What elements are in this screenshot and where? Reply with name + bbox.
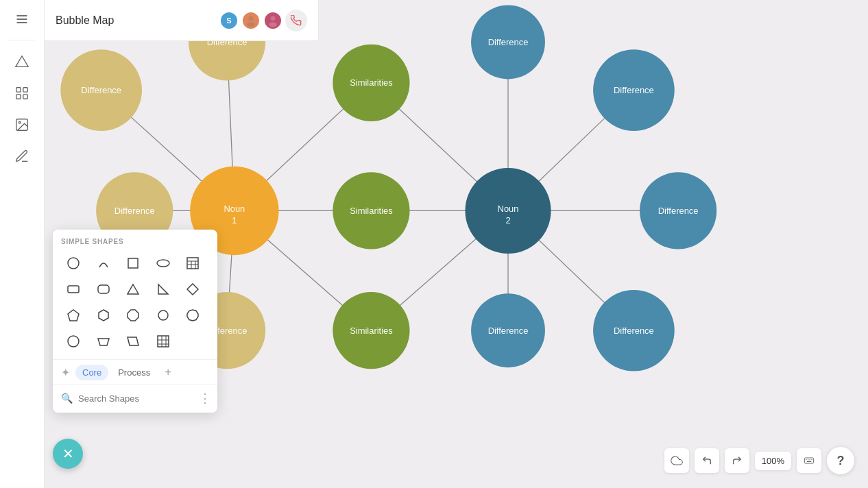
svg-point-74 bbox=[158, 310, 168, 320]
svg-rect-61 bbox=[187, 258, 198, 269]
avatar-s: S bbox=[219, 11, 239, 30]
sidebar bbox=[0, 0, 45, 488]
svg-text:Similarities: Similarities bbox=[350, 77, 393, 88]
avatar-r bbox=[241, 11, 261, 30]
svg-rect-3 bbox=[16, 88, 21, 92]
shape-table[interactable] bbox=[180, 251, 205, 276]
shape-octagon[interactable] bbox=[121, 303, 145, 328]
svg-marker-70 bbox=[187, 284, 198, 295]
svg-marker-69 bbox=[158, 284, 168, 294]
svg-text:Similarities: Similarities bbox=[350, 326, 393, 336]
svg-text:Similarities: Similarities bbox=[350, 206, 393, 216]
search-input[interactable] bbox=[78, 393, 193, 404]
svg-text:Difference: Difference bbox=[614, 326, 654, 336]
svg-text:Difference: Difference bbox=[488, 37, 529, 47]
svg-rect-84 bbox=[804, 458, 813, 463]
shape-diamond[interactable] bbox=[180, 277, 205, 302]
shapes-tabs: ✦ Core Process + bbox=[53, 359, 217, 385]
svg-point-10 bbox=[247, 22, 255, 27]
svg-point-9 bbox=[249, 16, 254, 21]
call-button[interactable] bbox=[285, 10, 307, 32]
shapes-search: 🔍 ⋮ bbox=[53, 385, 217, 413]
svg-marker-68 bbox=[128, 284, 138, 294]
shape-circle3[interactable] bbox=[61, 329, 86, 354]
undo-button[interactable] bbox=[695, 448, 719, 473]
svg-rect-67 bbox=[98, 285, 109, 293]
svg-point-11 bbox=[271, 16, 276, 21]
shape-grid[interactable] bbox=[151, 329, 176, 354]
shape-trapezoid[interactable] bbox=[91, 329, 116, 354]
svg-point-8 bbox=[19, 121, 21, 123]
menu-button[interactable] bbox=[10, 7, 34, 32]
zoom-level: 100% bbox=[755, 452, 791, 470]
svg-rect-6 bbox=[23, 95, 27, 99]
keyboard-button[interactable] bbox=[797, 448, 821, 473]
svg-text:1: 1 bbox=[232, 215, 237, 225]
svg-marker-72 bbox=[99, 310, 108, 321]
fab-button[interactable]: ✕ bbox=[53, 439, 83, 469]
avatar-p bbox=[263, 11, 282, 30]
shape-ellipse[interactable] bbox=[151, 251, 176, 276]
svg-rect-5 bbox=[16, 95, 21, 99]
header: Bubble Map S bbox=[45, 0, 319, 41]
sidebar-divider bbox=[8, 40, 36, 40]
svg-text:Difference: Difference bbox=[658, 206, 699, 216]
svg-marker-75 bbox=[187, 310, 198, 321]
page-title: Bubble Map bbox=[56, 14, 114, 27]
star-icon: ✦ bbox=[61, 366, 70, 379]
svg-marker-71 bbox=[68, 310, 79, 321]
shape-square[interactable] bbox=[121, 251, 145, 276]
svg-marker-78 bbox=[128, 337, 138, 345]
svg-point-76 bbox=[68, 336, 79, 347]
svg-rect-79 bbox=[158, 336, 169, 347]
svg-text:2: 2 bbox=[505, 215, 510, 225]
shape-arc[interactable] bbox=[91, 251, 116, 276]
sidebar-icon-pen[interactable] bbox=[9, 143, 35, 169]
shape-rounded-rect[interactable] bbox=[61, 277, 86, 302]
shape-right-triangle[interactable] bbox=[151, 277, 176, 302]
cloud-save-button[interactable] bbox=[664, 448, 689, 473]
svg-marker-77 bbox=[98, 339, 109, 345]
bottom-bar: 100% ? bbox=[664, 447, 854, 474]
svg-text:Noun: Noun bbox=[224, 204, 245, 214]
shape-circle2[interactable] bbox=[151, 303, 176, 328]
svg-text:Difference: Difference bbox=[81, 85, 121, 95]
svg-rect-59 bbox=[128, 258, 138, 268]
tab-core[interactable]: Core bbox=[75, 365, 108, 380]
search-menu-icon[interactable]: ⋮ bbox=[199, 391, 211, 406]
shape-decagon[interactable] bbox=[180, 303, 205, 328]
shape-parallelogram[interactable] bbox=[121, 329, 145, 354]
shape-placeholder bbox=[180, 329, 205, 354]
sidebar-icon-shapes[interactable] bbox=[9, 49, 35, 75]
shapes-grid bbox=[61, 251, 209, 354]
search-icon: 🔍 bbox=[61, 393, 73, 404]
shape-pentagon[interactable] bbox=[61, 303, 86, 328]
svg-rect-4 bbox=[23, 88, 27, 92]
svg-text:Difference: Difference bbox=[114, 206, 155, 216]
svg-text:Noun: Noun bbox=[498, 204, 519, 214]
svg-point-12 bbox=[269, 22, 277, 27]
svg-rect-66 bbox=[68, 286, 79, 293]
shape-hexagon[interactable] bbox=[91, 303, 116, 328]
shapes-section-label: SIMPLE SHAPES bbox=[61, 238, 209, 245]
sidebar-icon-grid[interactable] bbox=[9, 80, 35, 106]
collaborators: S bbox=[219, 10, 307, 32]
shape-triangle[interactable] bbox=[121, 277, 145, 302]
redo-button[interactable] bbox=[725, 448, 749, 473]
svg-text:Difference: Difference bbox=[614, 85, 654, 95]
canvas[interactable]: Difference Difference Difference Differe… bbox=[45, 0, 868, 488]
svg-marker-73 bbox=[128, 310, 138, 321]
sidebar-icon-image[interactable] bbox=[9, 112, 35, 138]
svg-point-60 bbox=[157, 260, 169, 267]
svg-text:Difference: Difference bbox=[488, 326, 529, 336]
tab-process[interactable]: Process bbox=[111, 365, 157, 380]
help-button[interactable]: ? bbox=[827, 447, 854, 474]
shape-circle[interactable] bbox=[61, 251, 86, 276]
svg-point-58 bbox=[68, 258, 79, 269]
shapes-panel: SIMPLE SHAPES bbox=[53, 230, 217, 413]
shape-rounded-rect2[interactable] bbox=[91, 277, 116, 302]
tab-add-button[interactable]: + bbox=[160, 364, 176, 380]
